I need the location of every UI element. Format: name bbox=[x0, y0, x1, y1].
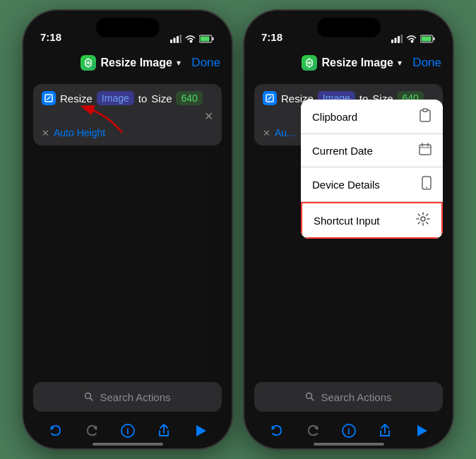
play-icon-right[interactable] bbox=[410, 420, 432, 441]
svg-rect-17 bbox=[395, 38, 397, 44]
action-size-left: Size bbox=[151, 93, 172, 105]
right-header-bar: Resize Image ▾ Done bbox=[244, 47, 453, 78]
right-search-label: Search Actions bbox=[321, 391, 391, 403]
right-done-button[interactable]: Done bbox=[412, 56, 441, 70]
left-action-block: Resize Image to Size 640 ✕ ✕ Auto Height bbox=[33, 84, 222, 145]
share-icon-right[interactable] bbox=[374, 420, 395, 441]
shortcut-icon-left bbox=[81, 55, 96, 71]
signal-icon bbox=[170, 35, 182, 43]
gear-symbol bbox=[416, 212, 430, 226]
dropdown-shortcutinput-label: Shortcut Input bbox=[314, 215, 379, 227]
svg-line-10 bbox=[90, 398, 93, 401]
dropdown-item-clipboard[interactable]: Clipboard bbox=[301, 100, 443, 134]
wifi-icon bbox=[185, 35, 196, 43]
info-icon-left[interactable]: i bbox=[117, 420, 138, 441]
action-to-left: to bbox=[138, 93, 148, 105]
battery-icon bbox=[199, 35, 215, 43]
right-header-chevron: ▾ bbox=[398, 58, 402, 68]
dropdown-devicedetails-label: Device Details bbox=[312, 179, 380, 191]
resize-icon-right bbox=[263, 91, 277, 105]
undo-symbol-right bbox=[269, 423, 285, 439]
left-header-title: Resize Image bbox=[100, 56, 172, 69]
left-action-sub: ✕ Auto Height bbox=[42, 127, 213, 138]
svg-text:i: i bbox=[347, 427, 350, 436]
left-phone: 7:18 bbox=[23, 11, 232, 448]
svg-text:i: i bbox=[126, 427, 129, 436]
undo-icon-right[interactable] bbox=[266, 420, 287, 441]
action-image-token-left[interactable]: Image bbox=[97, 91, 134, 105]
svg-rect-25 bbox=[423, 109, 427, 112]
home-indicator-right bbox=[314, 443, 384, 446]
left-toolbar: i bbox=[23, 420, 232, 441]
svg-line-34 bbox=[311, 398, 314, 401]
right-header-title: Resize Image bbox=[321, 56, 393, 69]
left-header-bar: Resize Image ▾ Done bbox=[23, 47, 232, 78]
battery-icon-right bbox=[420, 35, 436, 43]
home-indicator-left bbox=[93, 443, 163, 446]
play-symbol bbox=[192, 423, 208, 439]
dropdown-currentdate-label: Current Date bbox=[312, 145, 373, 157]
phone-symbol bbox=[422, 176, 432, 190]
svg-rect-26 bbox=[420, 145, 431, 155]
svg-rect-21 bbox=[434, 37, 435, 40]
left-screen: 7:18 bbox=[23, 11, 232, 448]
svg-rect-0 bbox=[170, 40, 172, 43]
redo-symbol-right bbox=[305, 423, 321, 439]
action-sub-x-left: ✕ bbox=[42, 128, 49, 138]
clipboard-symbol bbox=[419, 108, 432, 122]
share-symbol-right bbox=[377, 423, 393, 439]
search-icon-left bbox=[84, 392, 94, 402]
dropdown-item-currentdate[interactable]: Current Date bbox=[301, 134, 443, 167]
right-bottom-bar: Search Actions bbox=[254, 382, 443, 412]
svg-rect-3 bbox=[180, 35, 182, 43]
calendar-symbol bbox=[419, 143, 432, 155]
action-sub-label-right: Au... bbox=[275, 127, 295, 138]
svg-marker-15 bbox=[196, 425, 206, 436]
redo-icon-left[interactable] bbox=[81, 420, 102, 441]
dynamic-island-left bbox=[96, 18, 160, 37]
right-toolbar: i bbox=[244, 420, 453, 441]
right-phone: 7:18 bbox=[244, 11, 453, 448]
undo-icon-left[interactable] bbox=[45, 420, 66, 441]
redo-icon-right[interactable] bbox=[302, 420, 323, 441]
svg-rect-5 bbox=[213, 37, 214, 40]
shortcut-icon-right bbox=[302, 55, 317, 71]
right-search-bar[interactable]: Search Actions bbox=[254, 382, 443, 412]
info-icon-right[interactable]: i bbox=[338, 420, 359, 441]
status-time-right: 7:18 bbox=[261, 31, 282, 43]
svg-point-31 bbox=[426, 187, 427, 189]
svg-rect-18 bbox=[398, 36, 400, 43]
dropdown-item-devicedetails[interactable]: Device Details bbox=[301, 167, 443, 202]
left-bottom-bar: Search Actions bbox=[33, 382, 222, 412]
action-verb-left: Resize bbox=[60, 93, 93, 105]
signal-icon-right bbox=[391, 35, 403, 43]
action-number-token-left[interactable]: 640 bbox=[176, 91, 202, 105]
shortcut-logo-right bbox=[304, 58, 314, 68]
status-icons-left bbox=[170, 35, 215, 43]
left-search-bar[interactable]: Search Actions bbox=[33, 382, 222, 412]
status-icons-right bbox=[391, 35, 436, 43]
dropdown-clipboard-label: Clipboard bbox=[312, 111, 357, 123]
status-time-left: 7:18 bbox=[40, 31, 61, 43]
dynamic-island-right bbox=[317, 18, 381, 37]
resize-symbol-right bbox=[266, 94, 274, 102]
action-sub-label-left[interactable]: Auto Height bbox=[54, 127, 105, 138]
play-icon-left[interactable] bbox=[189, 420, 210, 441]
left-search-label: Search Actions bbox=[100, 391, 170, 403]
redo-symbol bbox=[84, 423, 100, 439]
left-header-chevron: ▾ bbox=[177, 58, 181, 68]
left-done-button[interactable]: Done bbox=[191, 56, 220, 70]
svg-rect-6 bbox=[201, 37, 210, 42]
resize-icon-left bbox=[42, 91, 56, 105]
undo-symbol bbox=[48, 423, 64, 439]
info-symbol: i bbox=[120, 423, 136, 439]
dropdown-menu: Clipboard Current Date bbox=[301, 100, 443, 239]
clipboard-icon bbox=[419, 108, 432, 125]
action-close-left[interactable]: ✕ bbox=[204, 109, 213, 123]
left-header-center: Resize Image ▾ bbox=[81, 55, 180, 71]
share-icon-left[interactable] bbox=[153, 420, 174, 441]
search-icon-right bbox=[305, 392, 315, 402]
dropdown-item-shortcutinput[interactable]: Shortcut Input bbox=[301, 202, 443, 239]
action-sub-x-right: ✕ bbox=[263, 128, 270, 138]
shortcut-logo bbox=[83, 58, 93, 68]
